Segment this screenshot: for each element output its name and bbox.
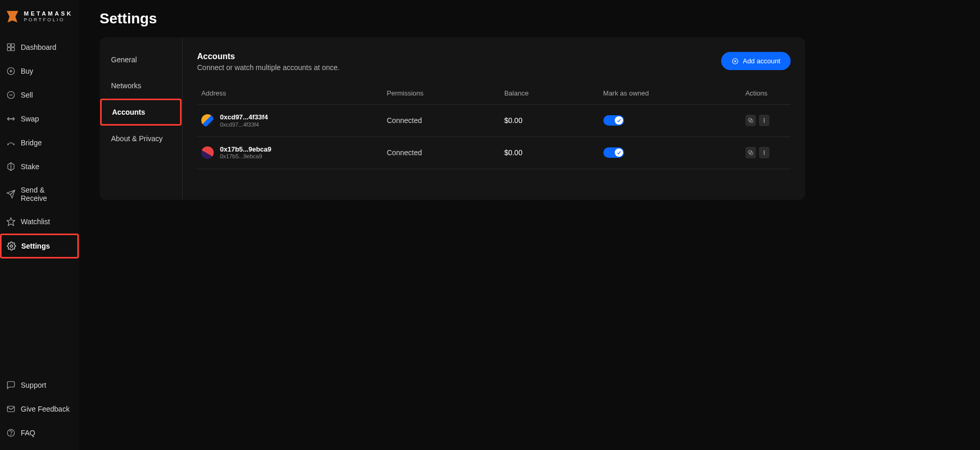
svg-point-24 <box>764 120 765 121</box>
tab-about-privacy[interactable]: About & Privacy <box>100 126 182 152</box>
more-vertical-icon <box>761 149 767 156</box>
copy-icon <box>748 149 754 156</box>
sidebar-item-stake[interactable]: Stake <box>0 155 79 179</box>
copy-icon <box>748 117 754 124</box>
tab-networks[interactable]: Networks <box>100 73 182 99</box>
account-address-main: 0xcd97...4f33f4 <box>220 113 268 121</box>
svg-rect-2 <box>11 44 15 47</box>
stake-icon <box>6 162 16 171</box>
balance-value: $0.00 <box>500 105 599 137</box>
sidebar-item-support[interactable]: Support <box>0 373 79 397</box>
column-header-address: Address <box>197 84 383 105</box>
section-title: Accounts <box>197 52 340 61</box>
svg-point-25 <box>764 122 765 123</box>
logo-text-sub: PORTFOLIO <box>24 18 73 22</box>
svg-rect-15 <box>7 406 15 412</box>
copy-button[interactable] <box>746 115 756 126</box>
bridge-icon <box>6 138 16 147</box>
svg-point-23 <box>764 119 765 120</box>
table-row: 0x17b5...9ebca9 0x17b5...9ebca9 Connecte… <box>197 137 791 169</box>
toggle-knob <box>615 148 623 157</box>
help-circle-icon <box>6 428 16 438</box>
svg-rect-1 <box>7 44 10 47</box>
section-subtitle: Connect or watch multiple accounts at on… <box>197 63 340 72</box>
permission-value: Connected <box>383 137 500 169</box>
sidebar-item-label: Dashboard <box>21 43 57 51</box>
accounts-panel: Accounts Connect or watch multiple accou… <box>183 37 805 200</box>
swap-icon <box>6 114 16 124</box>
star-icon <box>6 217 16 226</box>
table-row: 0xcd97...4f33f4 0xcd97...4f33f4 Connecte… <box>197 105 791 137</box>
sidebar-item-buy[interactable]: Buy <box>0 59 79 83</box>
sidebar-item-label: Bridge <box>21 139 42 147</box>
main-nav: Dashboard Buy Sell Swap Bridge Stake <box>0 35 79 450</box>
logo[interactable]: METAMASK PORTFOLIO <box>0 4 79 35</box>
mark-owned-toggle[interactable] <box>603 115 624 126</box>
account-address-sub: 0x17b5...9ebca9 <box>220 153 271 160</box>
more-vertical-icon <box>761 117 767 124</box>
logo-text: METAMASK PORTFOLIO <box>24 11 73 22</box>
svg-point-29 <box>764 152 765 153</box>
column-header-balance: Balance <box>500 84 599 105</box>
sidebar-item-send-receive[interactable]: Send & Receive <box>0 179 79 210</box>
more-button[interactable] <box>759 115 769 126</box>
sidebar-item-label: Give Feedback <box>21 405 70 413</box>
svg-point-17 <box>11 434 11 435</box>
sidebar-item-label: Swap <box>21 115 39 123</box>
sidebar-item-swap[interactable]: Swap <box>0 107 79 131</box>
mark-owned-toggle[interactable] <box>603 147 624 158</box>
svg-point-14 <box>10 245 13 248</box>
sidebar-item-label: Send & Receive <box>21 186 73 202</box>
sidebar: METAMASK PORTFOLIO Dashboard Buy Sell Sw… <box>0 0 79 450</box>
svg-rect-4 <box>11 48 15 51</box>
sidebar-item-label: Support <box>21 381 46 389</box>
permission-value: Connected <box>383 105 500 137</box>
sidebar-item-label: Buy <box>21 67 33 75</box>
sidebar-item-faq[interactable]: FAQ <box>0 421 79 445</box>
column-header-mark: Mark as owned <box>599 84 741 105</box>
accounts-table: Address Permissions Balance Mark as owne… <box>197 84 791 169</box>
plus-circle-icon <box>6 66 16 76</box>
send-icon <box>6 189 16 199</box>
svg-point-28 <box>764 151 765 152</box>
more-button[interactable] <box>759 147 769 158</box>
check-icon <box>616 118 622 123</box>
account-address-main: 0x17b5...9ebca9 <box>220 145 271 154</box>
sidebar-item-label: Stake <box>21 162 39 171</box>
account-address-sub: 0xcd97...4f33f4 <box>220 121 268 128</box>
tab-label: About & Privacy <box>111 134 163 143</box>
settings-card: General Networks Accounts About & Privac… <box>100 37 805 200</box>
account-avatar <box>201 146 214 159</box>
add-account-button[interactable]: Add account <box>721 52 791 70</box>
sidebar-item-watchlist[interactable]: Watchlist <box>0 210 79 234</box>
account-avatar <box>201 114 214 127</box>
svg-marker-13 <box>7 218 15 226</box>
tab-general[interactable]: General <box>100 47 182 73</box>
toggle-knob <box>615 116 623 125</box>
mail-icon <box>6 404 16 414</box>
dashboard-icon <box>6 43 16 52</box>
tab-label: General <box>111 56 137 64</box>
sidebar-item-settings[interactable]: Settings <box>0 234 79 258</box>
column-header-actions: Actions <box>741 84 791 105</box>
tab-accounts[interactable]: Accounts <box>100 99 182 126</box>
sidebar-item-sell[interactable]: Sell <box>0 83 79 107</box>
copy-button[interactable] <box>746 147 756 158</box>
tab-label: Networks <box>111 81 141 90</box>
sidebar-item-label: Sell <box>21 91 33 99</box>
logo-text-main: METAMASK <box>24 11 73 17</box>
balance-value: $0.00 <box>500 137 599 169</box>
sidebar-item-feedback[interactable]: Give Feedback <box>0 397 79 421</box>
main-content: Settings General Networks Accounts About… <box>79 0 980 450</box>
minus-circle-icon <box>6 90 16 100</box>
sidebar-item-dashboard[interactable]: Dashboard <box>0 35 79 59</box>
tab-label: Accounts <box>112 108 145 116</box>
add-account-label: Add account <box>743 57 780 65</box>
sidebar-item-bridge[interactable]: Bridge <box>0 131 79 155</box>
settings-tabs: General Networks Accounts About & Privac… <box>100 37 183 200</box>
page-title: Settings <box>100 10 980 27</box>
svg-marker-0 <box>7 11 18 22</box>
chat-icon <box>6 380 16 390</box>
svg-rect-3 <box>7 48 10 51</box>
sidebar-item-label: Watchlist <box>21 217 50 226</box>
